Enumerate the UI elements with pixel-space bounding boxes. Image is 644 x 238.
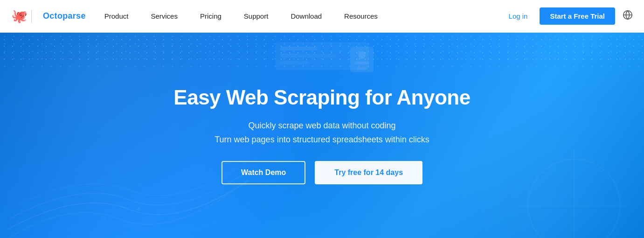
nav-item-services[interactable]: Services — [139, 0, 189, 33]
navbar: 🐙 Octoparse Product Services Pricing Sup… — [0, 0, 644, 33]
language-globe-icon[interactable] — [623, 10, 633, 22]
svg-point-3 — [185, 189, 187, 191]
hero-subtitle-line2: Turn web pages into structured spreadshe… — [215, 133, 429, 147]
try-free-button[interactable]: Try free for 14 days — [315, 161, 422, 184]
hero-subtitle: Quickly scrape web data without coding T… — [215, 119, 429, 147]
nav-item-pricing[interactable]: Pricing — [189, 0, 233, 33]
hero-subtitle-line1: Quickly scrape web data without coding — [215, 119, 429, 133]
svg-point-2 — [137, 208, 140, 210]
svg-rect-11 — [355, 62, 369, 64]
nav-item-product[interactable]: Product — [93, 0, 140, 33]
watch-demo-button[interactable]: Watch Demo — [222, 161, 305, 184]
login-button[interactable]: Log in — [504, 9, 533, 23]
hero-section: Easy Web Scraping for Anyone Quickly scr… — [0, 33, 644, 238]
nav-item-resources[interactable]: Resources — [333, 0, 389, 33]
hero-buttons: Watch Demo Try free for 14 days — [222, 161, 422, 184]
logo-divider — [31, 10, 32, 23]
dots-top — [0, 36, 644, 60]
hero-globe-decoration — [527, 159, 621, 238]
svg-rect-12 — [357, 67, 367, 70]
navbar-right: Log in Start a Free Trial — [504, 7, 633, 25]
nav-item-download[interactable]: Download — [279, 0, 333, 33]
free-trial-button[interactable]: Start a Free Trial — [540, 7, 615, 25]
logo-icon: 🐙 — [11, 8, 28, 24]
hero-content: Easy Web Scraping for Anyone Quickly scr… — [173, 86, 470, 184]
logo-link[interactable]: 🐙 Octoparse — [11, 8, 86, 24]
nav-menu: Product Services Pricing Support Downloa… — [93, 0, 504, 33]
brand-name: Octoparse — [43, 11, 86, 21]
nav-item-support[interactable]: Support — [233, 0, 280, 33]
hero-title: Easy Web Scraping for Anyone — [173, 86, 470, 109]
svg-point-4 — [104, 217, 106, 220]
